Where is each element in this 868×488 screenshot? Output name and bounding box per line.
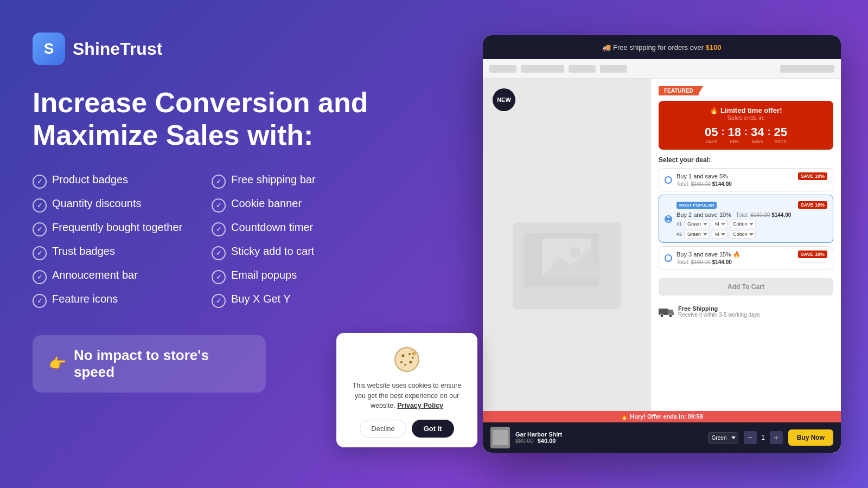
countdown-sep-2: : [744, 126, 748, 138]
new-badge: NEW [493, 88, 515, 111]
logo-icon: S [33, 33, 65, 65]
deal-option-2[interactable]: MOST POPULAR SAVE 10% Buy 2 and save 10%… [659, 195, 833, 243]
svg-rect-5 [659, 309, 668, 315]
qty-value: 1 [758, 434, 769, 441]
fs-subtitle: Receive it within 3-5 working days [678, 312, 760, 318]
sticky-color-select[interactable]: Green [708, 432, 738, 444]
feature-feature-icons: Feature icons [33, 293, 201, 308]
variant-material-1[interactable]: Cotton [730, 220, 756, 228]
svg-point-18 [412, 352, 416, 355]
qty-decrease-button[interactable]: − [744, 431, 757, 444]
feature-email-popups: Email popups [212, 269, 380, 284]
cookie-banner: This website uses cookies to ensure you … [336, 333, 477, 447]
svg-rect-10 [493, 430, 508, 445]
countdown-hrs: 18 HRS [728, 125, 741, 144]
variant-material-2[interactable]: Cotton [730, 230, 756, 239]
svg-point-11 [395, 348, 419, 371]
free-shipping-row: Free Shipping Receive it within 3-5 work… [659, 300, 833, 322]
truck-icon [659, 304, 674, 319]
sticky-product-price: $80.00 $40.00 [515, 438, 703, 444]
sticky-bar: 🔥 Hury! Offer ends in: 09:59 Gar Harbor … [483, 411, 841, 453]
feature-trust-badges: Trust badges [33, 245, 201, 260]
sticky-old-price: $80.00 [515, 438, 534, 444]
sticky-product-img [490, 427, 510, 448]
decline-button[interactable]: Decline [360, 420, 406, 438]
browser-mockup: 🚚 Free shipping for orders over $100 NEW… [483, 35, 841, 453]
qty-control[interactable]: − 1 + [744, 431, 783, 444]
variant-num-2: #2 [676, 232, 682, 237]
countdown-subtitle: Sales ends in: [666, 114, 826, 121]
sticky-product-info: Gar Harbor Shirt $80.00 $40.00 [515, 431, 703, 444]
sticky-img-placeholder [490, 427, 510, 448]
cookie-text: This website uses cookies to ensure you … [348, 381, 465, 411]
most-popular-tag: MOST POPULAR [676, 202, 717, 209]
product-image-col: NEW [483, 79, 651, 453]
feature-sticky-cart: Sticky add to cart [212, 245, 380, 260]
check-icon [33, 246, 47, 260]
countdown-numbers: 05 DAYS : 18 HRS : 34 MINS : 25 [666, 125, 826, 144]
deal-radio-3[interactable] [665, 254, 672, 262]
nav-pill-1 [489, 65, 516, 73]
variant-size-2[interactable]: M [712, 230, 727, 239]
svg-point-14 [400, 361, 403, 363]
cookie-icon-wrap [348, 346, 465, 373]
save-badge-2: SAVE 10% [798, 201, 827, 209]
sticky-new-price: $40.00 [538, 438, 556, 444]
countdown-secs: 25 SECS [774, 125, 787, 144]
hurry-bar: 🔥 Hury! Offer ends in: 09:59 [483, 411, 841, 422]
feature-countdown-timer: Countdown timer [212, 221, 380, 236]
qty-increase-button[interactable]: + [770, 431, 783, 444]
nav-pill-2 [521, 65, 564, 73]
speed-badge: 👉 No impact to store's speed [33, 335, 266, 393]
product-area: NEW FEATURED 🔥 Limited time offer! Sales… [483, 79, 841, 453]
cookie-buttons: Decline Got it [348, 420, 465, 438]
countdown-sep-1: : [722, 126, 725, 138]
deal-price-3: Total: $160.00 $144.00 [676, 259, 827, 265]
check-icon [33, 294, 47, 308]
variant-color-1[interactable]: Green [684, 220, 710, 228]
check-icon [33, 175, 47, 189]
nav-pill-5 [780, 65, 834, 73]
check-icon [33, 198, 47, 213]
svg-point-3 [570, 247, 580, 258]
variant-row-2: #2 Green M Cotton [676, 230, 827, 239]
speed-emoji: 👉 [49, 355, 66, 372]
svg-point-17 [412, 357, 414, 359]
variant-num-1: #1 [676, 221, 682, 227]
browser-nav [483, 59, 841, 79]
variant-color-2[interactable]: Green [684, 230, 710, 239]
deal-radio-2[interactable] [665, 215, 672, 223]
headline: Increase Conversion and Maximize Sales w… [33, 87, 380, 152]
variant-size-1[interactable]: M [712, 220, 727, 228]
deal-option-3[interactable]: Buy 3 and save 15% 🔥 SAVE 10% Total: $16… [659, 246, 833, 269]
deal-radio-1[interactable] [665, 176, 672, 184]
got-it-button[interactable]: Got it [412, 420, 454, 438]
svg-point-7 [660, 314, 663, 317]
check-icon [33, 222, 47, 236]
product-image-placeholder [513, 217, 621, 314]
check-icon [212, 270, 226, 284]
feature-buy-x-get-y: Buy X Get Y [212, 293, 380, 308]
product-details-col: FEATURED 🔥 Limited time offer! Sales end… [651, 79, 841, 453]
sticky-content: Gar Harbor Shirt $80.00 $40.00 Green − 1… [483, 422, 841, 453]
svg-point-13 [409, 353, 411, 355]
add-to-cart-button[interactable]: Add To Cart [659, 278, 833, 296]
feature-cookie-banner: Cookie banner [212, 197, 380, 213]
feature-product-badges: Product badges [33, 174, 201, 189]
privacy-policy-link[interactable]: Privacy Policy [397, 402, 443, 409]
deal-option-1[interactable]: Buy 1 and save 5% SAVE 10% Total: $160.0… [659, 168, 833, 191]
svg-point-12 [402, 354, 405, 357]
save-badge-1: SAVE 10% [798, 172, 827, 180]
feature-free-shipping: Free shipping bar [212, 174, 380, 189]
check-icon [33, 270, 47, 284]
countdown-days: 05 DAYS [705, 125, 718, 144]
svg-point-16 [404, 364, 406, 366]
countdown-mins: 34 MINS [751, 125, 764, 144]
select-deal-label: Select your deal: [659, 156, 833, 164]
deal-price-1: Total: $160.00 $144.00 [676, 181, 827, 187]
feature-quantity-discounts: Quantity discounts [33, 197, 201, 213]
buy-now-button[interactable]: Buy Now [788, 429, 833, 446]
left-panel: S ShineTrust Increase Conversion and Max… [33, 33, 380, 393]
shipping-bar-text: 🚚 Free shipping for orders over $100 [602, 43, 721, 52]
speed-badge-text: No impact to store's speed [74, 347, 250, 381]
